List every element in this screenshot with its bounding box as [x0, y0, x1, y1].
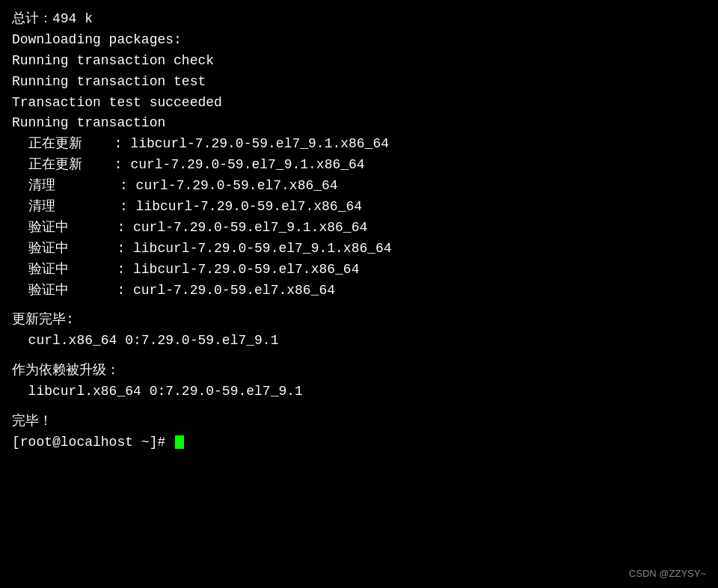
terminal-cursor: [175, 435, 184, 449]
terminal-line: 总计：494 k: [12, 9, 706, 30]
blank-line: [12, 352, 706, 361]
watermark: CSDN @ZZYSY~: [629, 568, 706, 579]
terminal-line: 更新完毕:: [12, 310, 706, 331]
terminal-line: Running transaction test: [12, 72, 706, 93]
terminal-line: 清理 : libcurl-7.29.0-59.el7.x86_64: [12, 197, 706, 218]
terminal-line: 验证中 : libcurl-7.29.0-59.el7.x86_64: [12, 260, 706, 281]
terminal-line: Downloading packages:: [12, 30, 706, 51]
terminal-line: libcurl.x86_64 0:7.29.0-59.el7_9.1: [12, 382, 706, 402]
terminal-line: Transaction test succeeded: [12, 93, 706, 114]
terminal-line: 完毕！: [12, 411, 706, 432]
terminal-line: 验证中 : curl-7.29.0-59.el7.x86_64: [12, 281, 706, 301]
terminal-window: 总计：494 kDownloading packages:Running tra…: [0, 0, 718, 588]
terminal-output: 总计：494 kDownloading packages:Running tra…: [12, 9, 706, 453]
terminal-line: curl.x86_64 0:7.29.0-59.el7_9.1: [12, 331, 706, 352]
terminal-line: [root@localhost ~]#: [12, 432, 706, 453]
terminal-line: 作为依赖被升级：: [12, 361, 706, 382]
terminal-line: 正在更新 : libcurl-7.29.0-59.el7_9.1.x86_64: [12, 134, 706, 155]
terminal-line: 正在更新 : curl-7.29.0-59.el7_9.1.x86_64: [12, 155, 706, 176]
terminal-line: 验证中 : curl-7.29.0-59.el7_9.1.x86_64: [12, 218, 706, 239]
terminal-line: Running transaction: [12, 113, 706, 134]
blank-line: [12, 402, 706, 411]
terminal-line: 验证中 : libcurl-7.29.0-59.el7_9.1.x86_64: [12, 239, 706, 260]
terminal-line: 清理 : curl-7.29.0-59.el7.x86_64: [12, 176, 706, 197]
terminal-line: Running transaction check: [12, 51, 706, 72]
blank-line: [12, 301, 706, 310]
